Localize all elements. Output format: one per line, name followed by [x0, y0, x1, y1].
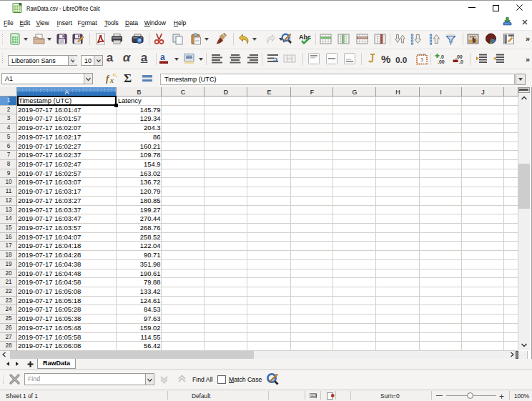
svg-text:.0: .0 [459, 59, 463, 64]
svg-text:3: 3 [420, 57, 423, 62]
svg-text:.0: .0 [440, 54, 444, 59]
svg-text:Abc: Abc [299, 34, 311, 41]
svg-text:a: a [160, 52, 165, 62]
svg-text:.00: .00 [438, 59, 445, 64]
svg-text:x: x [109, 76, 114, 84]
svg-text:.00: .00 [455, 54, 463, 59]
